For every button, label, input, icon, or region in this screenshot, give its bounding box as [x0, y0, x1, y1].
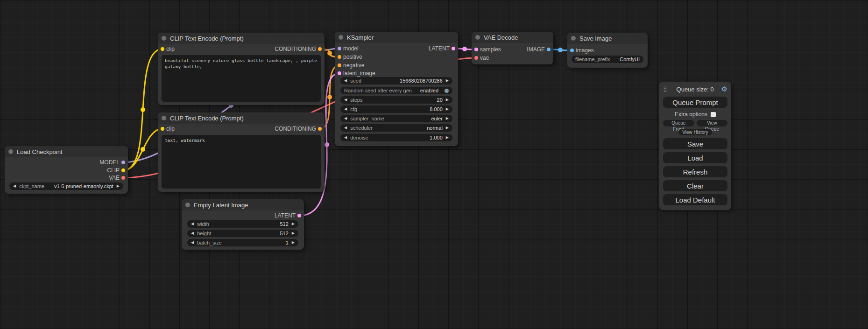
widget-steps[interactable]: ◀ steps 20 ▶ [340, 96, 452, 104]
node-title-bar[interactable]: VAE Decode [472, 32, 553, 43]
node-clip-text-encode-positive[interactable]: CLIP Text Encode (Prompt) clip CONDITION… [158, 33, 325, 105]
widget-width[interactable]: ◀ width 512 ▶ [187, 220, 298, 228]
clear-button[interactable]: Clear [663, 180, 727, 191]
queue-front-button[interactable]: Queue Front [663, 120, 694, 126]
increment-arrow-icon[interactable]: ▶ [446, 96, 449, 104]
node-collapse-dot[interactable] [475, 35, 480, 40]
save-button[interactable]: Save [663, 138, 727, 149]
view-queue-button[interactable]: View Queue [697, 120, 728, 126]
output-dot-clip[interactable] [121, 168, 125, 172]
menu-header: ⣿ Queue size: 0 ⚙ [663, 84, 727, 94]
decrement-arrow-icon[interactable]: ◀ [344, 115, 347, 122]
node-title-bar[interactable]: Empty Latent Image [182, 199, 304, 210]
widget-scheduler[interactable]: ◀ scheduler normal ▶ [340, 124, 452, 132]
widget-ckpt-name[interactable]: ◀ ckpt_name v1-5-pruned-emaonly.ckpt ▶ [9, 182, 123, 190]
prompt-textarea[interactable]: text, watermark [162, 135, 321, 189]
input-label-latent-image: latent_image [343, 70, 375, 77]
widget-seed[interactable]: ◀ seed 156680208700286 ▶ [340, 77, 452, 84]
node-title-bar[interactable]: Save Image [567, 33, 648, 44]
output-dot-latent[interactable] [452, 47, 455, 50]
output-dot-conditioning[interactable] [318, 47, 322, 51]
node-title-bar[interactable]: Load Checkpoint [5, 146, 128, 157]
decrement-arrow-icon[interactable]: ◀ [344, 134, 347, 141]
extra-options-row: Extra options [663, 111, 727, 118]
node-title: CLIP Text Encode (Prompt) [170, 115, 244, 122]
decrement-arrow-icon[interactable]: ◀ [13, 182, 16, 190]
input-label-samples: samples [480, 46, 501, 53]
refresh-button[interactable]: Refresh [663, 166, 727, 177]
input-dot-samples[interactable] [474, 48, 478, 51]
increment-arrow-icon[interactable]: ▶ [117, 182, 120, 190]
widget-random-seed-toggle[interactable]: Random seed after every gen enabled [340, 87, 452, 94]
node-collapse-dot[interactable] [185, 203, 190, 207]
increment-arrow-icon[interactable]: ▶ [292, 220, 295, 228]
load-default-button[interactable]: Load Default [663, 194, 727, 205]
decrement-arrow-icon[interactable]: ◀ [191, 220, 194, 228]
input-dot-negative[interactable] [338, 63, 341, 67]
widget-name: Random seed after every gen [344, 88, 412, 93]
input-dot-model[interactable] [338, 47, 341, 50]
input-dot-clip[interactable] [161, 127, 164, 131]
output-dot-image[interactable] [547, 48, 550, 51]
input-dot-positive[interactable] [338, 55, 341, 59]
increment-arrow-icon[interactable]: ▶ [446, 134, 449, 141]
decrement-arrow-icon[interactable]: ◀ [344, 96, 347, 104]
widget-batch-size[interactable]: ◀ batch_size 1 ▶ [187, 239, 298, 246]
widget-filename-prefix[interactable]: filename_prefix ComfyUI [572, 56, 643, 63]
output-label-conditioning: CONDITIONING [275, 126, 316, 132]
decrement-arrow-icon[interactable]: ◀ [191, 239, 194, 246]
increment-arrow-icon[interactable]: ▶ [446, 105, 449, 113]
output-dot-model[interactable] [121, 161, 125, 164]
increment-arrow-icon[interactable]: ▶ [292, 239, 295, 246]
widget-cfg[interactable]: ◀ cfg 8.000 ▶ [340, 105, 452, 113]
node-collapse-dot[interactable] [162, 116, 166, 120]
node-save-image[interactable]: Save Image images filename_prefix ComfyU… [567, 33, 648, 68]
input-dot-clip[interactable] [161, 47, 164, 51]
widget-sampler-name[interactable]: ◀ sampler_name euler ▶ [340, 115, 452, 122]
input-dot-latent-image[interactable] [338, 71, 341, 75]
node-title-bar[interactable]: CLIP Text Encode (Prompt) [158, 112, 325, 124]
increment-arrow-icon[interactable]: ▶ [446, 124, 449, 132]
node-vae-decode[interactable]: VAE Decode samples vae IMAGE [472, 32, 553, 64]
input-dot-vae[interactable] [474, 56, 478, 60]
output-label-latent: LATENT [275, 212, 296, 219]
decrement-arrow-icon[interactable]: ◀ [191, 230, 194, 237]
output-dot-conditioning[interactable] [318, 127, 322, 131]
node-collapse-dot[interactable] [162, 36, 166, 41]
view-history-button[interactable]: View History [678, 129, 712, 135]
output-dot-latent[interactable] [297, 214, 301, 217]
increment-arrow-icon[interactable]: ▶ [446, 115, 449, 122]
increment-arrow-icon[interactable]: ▶ [446, 77, 449, 84]
prompt-textarea[interactable]: beautiful scenery nature glass bottle la… [162, 55, 321, 102]
widget-denoise[interactable]: ◀ denoise 1.000 ▶ [340, 134, 452, 141]
node-collapse-dot[interactable] [571, 36, 576, 41]
node-title-bar[interactable]: CLIP Text Encode (Prompt) [158, 33, 325, 44]
widget-value: euler [431, 116, 442, 121]
node-collapse-dot[interactable] [8, 149, 13, 154]
widget-name: width [197, 221, 209, 227]
drag-handle-icon[interactable]: ⣿ [663, 86, 667, 92]
widget-height[interactable]: ◀ height 512 ▶ [187, 230, 298, 237]
node-graph-canvas[interactable]: Load Checkpoint MODEL CLIP VAE ◀ ckpt_na… [0, 0, 868, 329]
widget-value: 512 [280, 221, 288, 227]
widget-value: 1 [286, 240, 289, 245]
settings-gear-icon[interactable]: ⚙ [721, 85, 727, 93]
node-collapse-dot[interactable] [339, 35, 343, 40]
decrement-arrow-icon[interactable]: ◀ [344, 124, 347, 132]
node-load-checkpoint[interactable]: Load Checkpoint MODEL CLIP VAE ◀ ckpt_na… [5, 146, 128, 194]
node-ksampler[interactable]: KSampler model positive negative latent_… [335, 32, 458, 146]
decrement-arrow-icon[interactable]: ◀ [344, 105, 347, 113]
queue-prompt-button[interactable]: Queue Prompt [663, 97, 727, 108]
input-dot-images[interactable] [570, 49, 574, 52]
decrement-arrow-icon[interactable]: ◀ [344, 77, 347, 84]
node-empty-latent-image[interactable]: Empty Latent Image LATENT ◀ width 512 ▶ … [182, 199, 304, 250]
node-title-bar[interactable]: KSampler [335, 32, 458, 43]
increment-arrow-icon[interactable]: ▶ [292, 230, 295, 237]
node-title: Empty Latent Image [194, 202, 248, 209]
node-clip-text-encode-negative[interactable]: CLIP Text Encode (Prompt) clip CONDITION… [158, 112, 325, 192]
load-button[interactable]: Load [663, 152, 727, 163]
toggle-enabled-dot[interactable] [445, 89, 449, 93]
widget-name: denoise [350, 135, 368, 140]
extra-options-checkbox[interactable] [711, 112, 716, 117]
output-dot-vae[interactable] [121, 176, 125, 180]
